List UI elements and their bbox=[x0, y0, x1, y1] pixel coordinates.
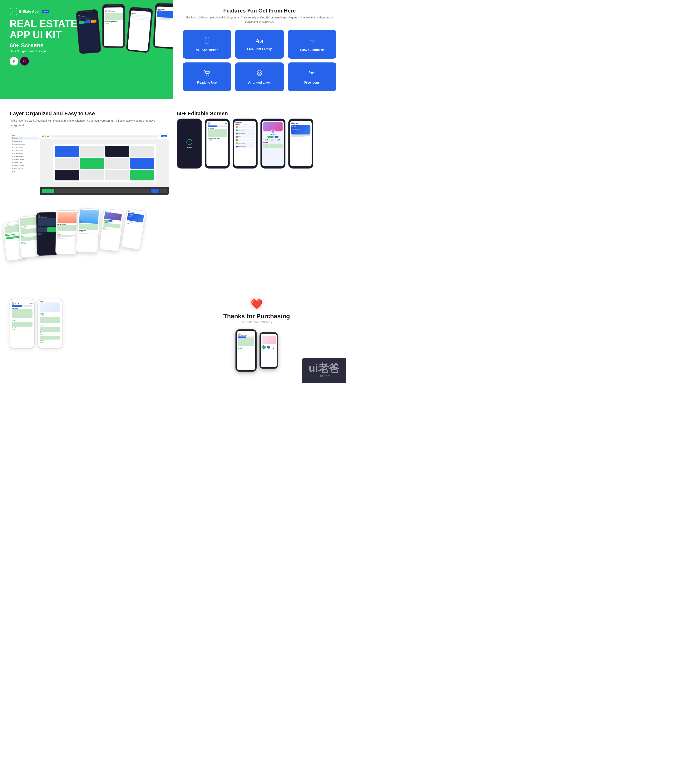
thanks-phones-row1: 9:41 Hello! James Butler + All Propertie… bbox=[10, 299, 169, 349]
home-icon: ⌂ bbox=[10, 8, 17, 15]
canvas-cell bbox=[80, 146, 104, 157]
hero-right: Features You Get From Here This kit is 1… bbox=[173, 0, 346, 99]
feature-app-screen-label: 60+ App screen bbox=[196, 48, 218, 52]
editable-title: 60+ Editable Screen bbox=[177, 110, 336, 117]
notif-item: Winter offer is going on bbox=[236, 145, 255, 148]
scattered-phone-5: House Exterior Fransica Apartment $2,800 bbox=[76, 208, 101, 253]
canvas-cell bbox=[55, 170, 79, 181]
notif-item: Claim your 50% Off bbox=[236, 126, 255, 128]
screens-showcase: ⌂ E-State Hello! James Butler ● bbox=[177, 119, 336, 168]
layer-item: 📱 Screen Search bbox=[11, 152, 39, 155]
feature-customize-label: Easy Customize bbox=[300, 48, 324, 52]
notif-item: 50% off for you bbox=[236, 135, 255, 138]
layer-canvas bbox=[40, 139, 169, 187]
scattered-phone-4: Matched Property Fransica Apartment $2,8… bbox=[55, 211, 78, 255]
svg-point-8 bbox=[311, 72, 313, 74]
canvas-cell bbox=[130, 146, 154, 157]
thanks-left-phones: 9:41 Hello! James Butler + All Propertie… bbox=[10, 299, 169, 372]
layer-section-title: Layer Organized and Easy to Use bbox=[10, 110, 169, 117]
canvas-cell bbox=[80, 158, 104, 169]
layers-icon bbox=[256, 69, 263, 78]
features-grid: 60+ App screen Aa Free Font Family Easy … bbox=[183, 30, 336, 91]
thanks-title: Thanks for Purchasing bbox=[223, 313, 290, 320]
hero-tools: Xd bbox=[10, 57, 163, 66]
bottom-bar bbox=[40, 187, 169, 195]
sparkle-icon bbox=[308, 69, 315, 78]
svg-rect-13 bbox=[309, 71, 310, 72]
feature-layer-label: Arranged Layer bbox=[248, 81, 271, 84]
svg-rect-9 bbox=[312, 70, 312, 72]
thanks-section-row: 9:41 Hello! James Butler + All Propertie… bbox=[0, 287, 346, 383]
heart-icon: ❤️ bbox=[250, 299, 263, 310]
xd-badge: Xd bbox=[20, 57, 29, 66]
editable-section: 60+ Editable Screen ⌂ E-State Hello! Jam… bbox=[177, 110, 336, 195]
svg-rect-10 bbox=[312, 74, 312, 76]
canvas-cell bbox=[130, 170, 154, 181]
feature-ready-to-use: Ready to Use bbox=[183, 63, 231, 91]
layer-screenshot: Layers 📱 Screen Home 📱 Screen Detail 📱 S… bbox=[10, 133, 169, 195]
screen-phone-profile: A. Lisa Message Call 253 Property 15 Awa… bbox=[260, 119, 285, 168]
layer-item: 📱 Screen Settings bbox=[11, 155, 39, 158]
feature-app-screen: 60+ App screen bbox=[183, 30, 231, 59]
layer-toolbar: Share bbox=[40, 133, 169, 139]
watermark-ui-text: ui老爸 bbox=[309, 363, 339, 373]
scattered-phones-row: Estimations Property Price Check Availab… bbox=[0, 211, 346, 255]
layer-section: Layer Organized and Easy to Use All the … bbox=[10, 110, 169, 195]
middle-section-row: Layer Organized and Easy to Use All the … bbox=[0, 99, 346, 207]
canvas-grid bbox=[53, 144, 156, 182]
screen-phone-home: Hello! James Butler ● All Properties Fra… bbox=[205, 119, 230, 168]
thanks-phones-preview: 9:41 Hello! James Butler Fransica Apartm… bbox=[236, 329, 278, 372]
notif-item: There is a Proposal bbox=[236, 132, 255, 135]
layer-item: 📱 Screen Cards bbox=[11, 146, 39, 149]
watermark-overlay: ui老爸 uil8.com bbox=[302, 358, 346, 383]
notif-item: There is a Proposal bbox=[236, 139, 255, 142]
canvas-cell bbox=[105, 146, 129, 157]
layer-item: 📱 Screen Login bbox=[11, 161, 39, 164]
figma-badge bbox=[10, 57, 18, 66]
font-icon: Aa bbox=[255, 38, 264, 44]
svg-rect-12 bbox=[313, 72, 315, 73]
watermark-site: uil8.com bbox=[309, 374, 339, 378]
layer-canvas-area: Share bbox=[40, 133, 169, 195]
screen-phone-notifications: Notifications Recent Old Marked Claim yo… bbox=[232, 119, 257, 168]
layer-item: 📱 Screen Profile bbox=[11, 149, 39, 152]
canvas-cell bbox=[130, 158, 154, 169]
customize-icon bbox=[308, 37, 315, 45]
canvas-cell bbox=[55, 158, 79, 169]
phone-icon bbox=[204, 37, 211, 45]
heart-container: ❤️ bbox=[250, 299, 263, 310]
svg-rect-11 bbox=[309, 72, 311, 73]
layer-item: 📱 Screen Register bbox=[11, 165, 39, 167]
features-desc: This kit is 100% compatible with iOS sys… bbox=[183, 15, 336, 24]
hero-mockups: 9:41 Transaction 9:41 bbox=[77, 3, 173, 54]
thanks-agency: ITO DIGITAL AGENCY bbox=[241, 321, 273, 324]
layer-item: 📱 Screen Messages bbox=[11, 143, 39, 146]
feature-arranged-layer: Arranged Layer bbox=[235, 63, 284, 91]
layer-item: 📱 Screen Saved bbox=[11, 168, 39, 170]
notif-item: There is a Proposal bbox=[236, 142, 255, 145]
notif-item: There is a Proposal bbox=[236, 129, 255, 132]
scattered-phone-7: 9:41 Saved Cards $27,199.00 •••• •••• ••… bbox=[121, 208, 146, 250]
canvas-cell bbox=[80, 170, 104, 181]
layer-item: 📱 Screen Onboard bbox=[11, 158, 39, 161]
minimize-dot bbox=[45, 135, 46, 137]
feature-ready-label: Ready to Use bbox=[197, 81, 217, 84]
scattered-phone-6: 9:41 James Butler Edit View All Properti… bbox=[99, 209, 124, 252]
close-dot bbox=[42, 135, 44, 137]
svg-point-7 bbox=[208, 75, 209, 76]
canvas-cell bbox=[55, 146, 79, 157]
layer-item: 📱 Screen Map bbox=[11, 171, 39, 173]
cart-icon bbox=[204, 69, 211, 78]
svg-point-5 bbox=[313, 41, 314, 42]
feature-font-label: Free Font Family bbox=[247, 48, 272, 51]
thanks-phone-home: 9:41 Hello! James Butler + All Propertie… bbox=[10, 299, 35, 349]
hero-left: ⌂ E-State App v1.0 REAL ESTATE APP UI KI… bbox=[0, 0, 173, 99]
thanks-dark-phone: 9:41 Hello! James Butler Fransica Apartm… bbox=[236, 329, 257, 372]
feature-easy-customize: Easy Customize bbox=[288, 30, 336, 59]
feature-font-family: Aa Free Font Family bbox=[235, 30, 284, 59]
thanks-phone-2: 9:41 A. Lisa Message Call 253 Property 1… bbox=[259, 332, 278, 369]
layer-item: 📱 Screen Home bbox=[11, 137, 39, 140]
screen-phone-splash: ⌂ E-State bbox=[177, 119, 202, 168]
canvas-cell bbox=[105, 158, 129, 169]
scattered-phone-3: 9:41 Hello! James Butler All Properties bbox=[36, 212, 58, 256]
